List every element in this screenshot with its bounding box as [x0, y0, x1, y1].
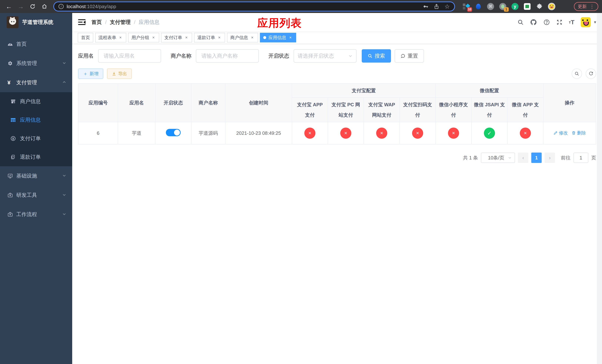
- briefcase-icon: [7, 192, 16, 198]
- next-page-button[interactable]: ›: [545, 152, 555, 163]
- col-header-created: 创建时间: [225, 84, 292, 122]
- reload-icon: [30, 4, 35, 9]
- alipay-app-status-icon: ×: [304, 128, 315, 139]
- browser-home-icon[interactable]: [39, 1, 50, 12]
- sidebar: 芋道管理系统 首页 系统管理 ¥ 支付管理: [0, 13, 72, 364]
- grid-table-icon: [10, 117, 20, 123]
- green-dot-extension-icon[interactable]: 1: [499, 3, 506, 10]
- reset-button[interactable]: 重置: [395, 49, 424, 63]
- breadcrumb-pay[interactable]: 支付管理: [110, 19, 131, 26]
- chevron-up-icon: [62, 80, 66, 86]
- close-icon[interactable]: ×: [151, 35, 156, 40]
- merchant-name-label: 商户名称: [171, 52, 191, 59]
- edit-button[interactable]: 修改: [553, 130, 568, 136]
- app-name-label: 应用名: [78, 52, 94, 59]
- col-header-alipay-pc: 支付宝 PC 网站支付: [328, 97, 364, 122]
- cell-actions: 修改 删除: [543, 122, 596, 144]
- close-icon[interactable]: ×: [184, 35, 189, 40]
- url-text: localhost:1024/pay/app: [67, 4, 116, 10]
- refresh-table-button[interactable]: [586, 68, 596, 79]
- chevron-down-icon: [508, 156, 512, 160]
- sidebar-item-pay[interactable]: ¥ 支付管理: [0, 73, 72, 92]
- tab-home[interactable]: 首页: [78, 33, 93, 43]
- browser-reload-icon[interactable]: [27, 1, 38, 12]
- yuque-extension-icon[interactable]: y: [511, 3, 519, 10]
- plus-icon: ＋: [83, 71, 88, 77]
- page-1-button[interactable]: 1: [531, 152, 542, 163]
- header-search-icon[interactable]: [517, 19, 524, 25]
- browser-profile-avatar[interactable]: [548, 3, 555, 10]
- monitor-chart-icon: [7, 173, 16, 179]
- tab-pay-order[interactable]: 支付订单×: [161, 33, 192, 43]
- cell-status: [155, 122, 191, 144]
- prev-page-button[interactable]: ‹: [518, 152, 528, 163]
- password-key-icon[interactable]: [423, 3, 429, 10]
- navbar: 首页 / 支付管理 / 应用信息 应用列表 тT: [72, 13, 602, 32]
- pagination: 共 1 条 10条/页 ‹ 1 › 前往 页: [78, 152, 596, 163]
- close-icon[interactable]: ×: [118, 35, 123, 40]
- fullscreen-icon[interactable]: [556, 19, 563, 25]
- tab-app-info[interactable]: 应用信息×: [260, 33, 296, 43]
- user-avatar[interactable]: [581, 17, 591, 27]
- sidebar-item-system[interactable]: 系统管理: [0, 54, 72, 73]
- search-button[interactable]: 搜索: [362, 49, 391, 63]
- tab-process-form[interactable]: 流程表单×: [95, 33, 126, 43]
- browser-menu-kebab-icon[interactable]: ⋮: [590, 4, 594, 10]
- adblock-extension-icon[interactable]: 10: [462, 3, 470, 10]
- sidebar-item-devtool[interactable]: 研发工具: [0, 185, 72, 205]
- site-info-icon[interactable]: i: [58, 4, 64, 9]
- goto-page-input[interactable]: [573, 152, 588, 163]
- breadcrumb-home[interactable]: 首页: [91, 19, 102, 26]
- circled-yen-icon: [10, 136, 20, 141]
- toggle-search-button[interactable]: [572, 68, 582, 79]
- font-size-icon[interactable]: тT: [569, 19, 574, 26]
- sidebar-fold-icon[interactable]: [78, 19, 86, 25]
- browser-back-icon[interactable]: ←: [4, 1, 14, 12]
- wx-jsapi-status-icon: ✓: [484, 128, 495, 139]
- add-button[interactable]: ＋ 新增: [78, 68, 103, 79]
- merchant-name-input[interactable]: [201, 53, 254, 59]
- tab-refund-order[interactable]: 退款订单×: [194, 33, 225, 43]
- table-toolbar: ＋ 新增 导出: [78, 68, 596, 79]
- delete-button[interactable]: 删除: [571, 130, 586, 136]
- balloon-extension-icon[interactable]: [475, 3, 482, 10]
- close-icon[interactable]: ×: [250, 35, 255, 40]
- page-scrollbar-gutter[interactable]: [597, 13, 602, 364]
- avatar-caret-icon[interactable]: ▾: [594, 20, 596, 25]
- help-icon[interactable]: [543, 19, 550, 26]
- sidebar-label-workflow: 工作流程: [16, 211, 62, 218]
- sidebar-item-workflow[interactable]: 工作流程: [0, 205, 72, 224]
- sidebar-label-infra: 基础设施: [16, 172, 62, 179]
- browser-forward-icon[interactable]: →: [16, 1, 26, 12]
- browser-update-button[interactable]: 更新 ⋮: [574, 2, 598, 11]
- export-button[interactable]: 导出: [107, 68, 132, 79]
- address-bar[interactable]: i localhost:1024/pay/app ☆: [53, 1, 455, 11]
- wx-app-status-icon: ×: [520, 128, 531, 139]
- extensions-puzzle-icon[interactable]: [536, 3, 543, 10]
- close-icon[interactable]: ×: [217, 35, 222, 40]
- tab-user-group[interactable]: 用户分组×: [128, 33, 159, 43]
- sidebar-item-home[interactable]: 首页: [0, 34, 72, 54]
- page-size-select[interactable]: 10条/页: [481, 152, 515, 163]
- share-icon[interactable]: [434, 3, 439, 10]
- sidebar-item-infra[interactable]: 基础设施: [0, 166, 72, 185]
- sidebar-item-merchant-info[interactable]: 商户信息: [0, 92, 72, 111]
- col-header-name: 应用名: [118, 84, 155, 122]
- github-icon[interactable]: [530, 19, 537, 26]
- cell-name: 芋道: [118, 122, 155, 144]
- enabled-switch[interactable]: [166, 129, 181, 136]
- status-select[interactable]: 请选择开启状态: [294, 49, 356, 63]
- close-icon[interactable]: ×: [288, 35, 293, 40]
- sidebar-logo[interactable]: 芋道管理系统: [0, 13, 72, 32]
- sidebar-label-pay: 支付管理: [16, 79, 62, 86]
- sidebar-item-pay-order[interactable]: 支付订单: [0, 129, 72, 148]
- bookmark-star-icon[interactable]: ☆: [444, 3, 450, 10]
- col-header-alipay-qr: 支付宝扫码支付: [400, 97, 436, 122]
- sidebar-item-refund-order[interactable]: 退款订单: [0, 148, 72, 166]
- command-extension-icon[interactable]: ⌘: [487, 3, 494, 10]
- col-header-alipay-wap: 支付宝 WAP 网站支付: [364, 97, 400, 122]
- sidebar-item-app-info[interactable]: 应用信息: [0, 111, 72, 129]
- app-name-input[interactable]: [103, 53, 156, 59]
- chat-extension-icon[interactable]: [524, 3, 531, 10]
- tab-merchant-info[interactable]: 商户信息×: [227, 33, 258, 43]
